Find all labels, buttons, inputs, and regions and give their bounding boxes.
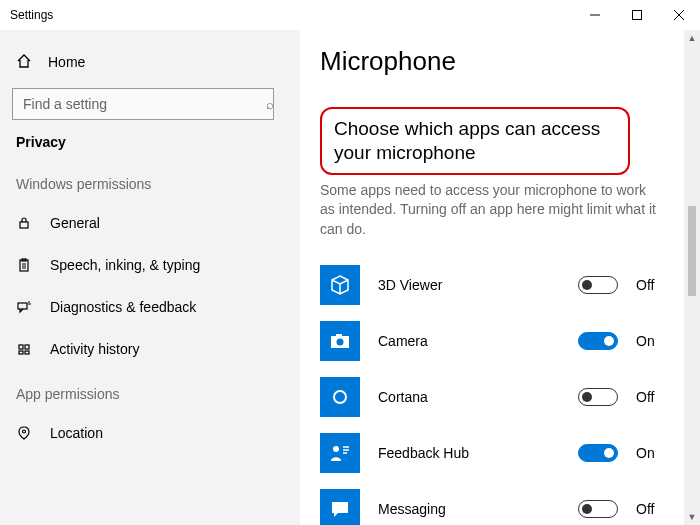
sidebar-item-label: Speech, inking, & typing [50, 257, 200, 273]
sidebar-item-location[interactable]: Location [12, 412, 288, 454]
toggle-state: Off [636, 501, 664, 517]
section-heading-windows-permissions: Windows permissions [16, 176, 288, 192]
search-icon: ⌕ [266, 97, 274, 112]
home-icon [16, 53, 32, 72]
toggle-camera[interactable] [578, 332, 618, 350]
scrollbar[interactable]: ▲ ▼ [684, 30, 700, 525]
location-icon [16, 426, 32, 440]
camera-icon [320, 321, 360, 361]
home-label: Home [48, 54, 85, 70]
cortana-icon [320, 377, 360, 417]
sidebar-item-activity-history[interactable]: Activity history [12, 328, 288, 370]
lock-icon [16, 216, 32, 230]
toggle-messaging[interactable] [578, 500, 618, 518]
toggle-state: On [636, 333, 664, 349]
sidebar: Home ⌕ Privacy Windows permissions Gener… [0, 30, 300, 525]
toggle-3d-viewer[interactable] [578, 276, 618, 294]
app-row-camera: Camera On [320, 313, 664, 369]
svg-rect-4 [20, 222, 28, 228]
toggle-feedback-hub[interactable] [578, 444, 618, 462]
app-row-cortana: Cortana Off [320, 369, 664, 425]
toggle-state: Off [636, 389, 664, 405]
svg-rect-14 [25, 345, 29, 349]
sidebar-item-label: General [50, 215, 100, 231]
sidebar-item-general[interactable]: General [12, 202, 288, 244]
clipboard-icon [16, 258, 32, 272]
search-box[interactable]: ⌕ [12, 88, 288, 120]
svg-rect-1 [633, 11, 642, 20]
scroll-thumb[interactable] [688, 206, 696, 296]
current-section-label: Privacy [16, 134, 288, 150]
scroll-up-arrow[interactable]: ▲ [688, 30, 697, 46]
svg-rect-16 [25, 351, 29, 354]
feedback-icon [16, 300, 32, 314]
section-heading-app-permissions: App permissions [16, 386, 288, 402]
toggle-state: Off [636, 277, 664, 293]
app-name: 3D Viewer [378, 277, 560, 293]
minimize-button[interactable] [574, 0, 616, 30]
app-name: Feedback Hub [378, 445, 560, 461]
svg-rect-13 [19, 345, 23, 349]
sidebar-item-label: Activity history [50, 341, 139, 357]
maximize-button[interactable] [616, 0, 658, 30]
window-title: Settings [10, 8, 574, 22]
toggle-state: On [636, 445, 664, 461]
app-name: Cortana [378, 389, 560, 405]
history-icon [16, 342, 32, 356]
main-panel: Microphone Choose which apps can access … [300, 30, 700, 525]
titlebar: Settings [0, 0, 700, 30]
highlighted-subheading: Choose which apps can access your microp… [320, 107, 630, 175]
svg-rect-19 [336, 334, 342, 337]
feedback-hub-icon [320, 433, 360, 473]
svg-point-22 [333, 446, 339, 452]
svg-rect-15 [19, 351, 23, 354]
toggle-cortana[interactable] [578, 388, 618, 406]
search-input[interactable] [12, 88, 274, 120]
svg-point-20 [337, 339, 344, 346]
svg-rect-10 [18, 303, 27, 309]
sidebar-item-speech[interactable]: Speech, inking, & typing [12, 244, 288, 286]
page-title: Microphone [320, 46, 664, 77]
svg-point-21 [334, 391, 346, 403]
sidebar-item-diagnostics[interactable]: Diagnostics & feedback [12, 286, 288, 328]
close-button[interactable] [658, 0, 700, 30]
app-row-feedback-hub: Feedback Hub On [320, 425, 664, 481]
sidebar-item-label: Diagnostics & feedback [50, 299, 196, 315]
messaging-icon [320, 489, 360, 525]
description-text: Some apps need to access your microphone… [320, 181, 664, 240]
app-row-3d-viewer: 3D Viewer Off [320, 257, 664, 313]
svg-point-17 [23, 430, 26, 433]
app-row-messaging: Messaging Off [320, 481, 664, 525]
sidebar-item-label: Location [50, 425, 103, 441]
3d-viewer-icon [320, 265, 360, 305]
app-name: Messaging [378, 501, 560, 517]
subheading-text: Choose which apps can access your microp… [334, 117, 616, 165]
home-nav[interactable]: Home [12, 42, 288, 82]
scroll-down-arrow[interactable]: ▼ [688, 509, 697, 525]
app-name: Camera [378, 333, 560, 349]
